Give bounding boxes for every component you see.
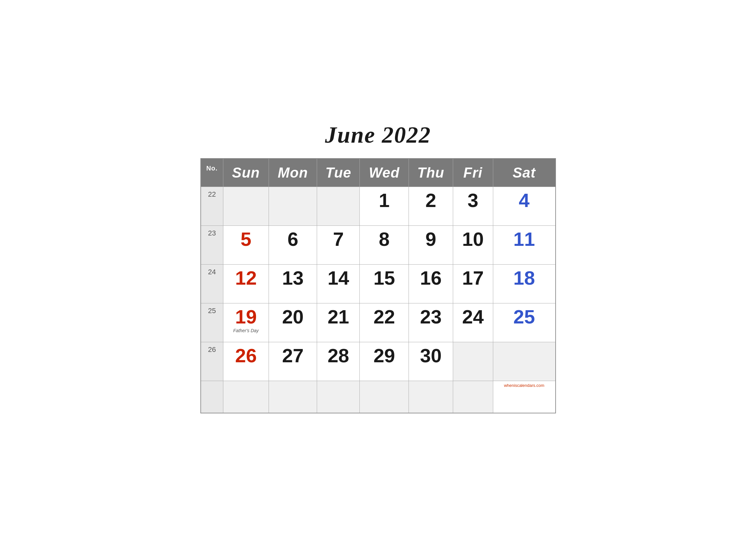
day-cell: 6 bbox=[269, 225, 317, 264]
day-number: 15 bbox=[364, 268, 405, 288]
day-cell bbox=[223, 187, 269, 225]
header-fri: Fri bbox=[453, 158, 493, 187]
day-number: 12 bbox=[227, 268, 265, 288]
week-row: 2519Father's Day202122232425 bbox=[201, 303, 555, 342]
calendar-title: June 2022 bbox=[201, 122, 556, 149]
day-cell: 27 bbox=[269, 342, 317, 381]
day-number: 17 bbox=[457, 268, 489, 288]
week-number-empty bbox=[201, 381, 223, 413]
week-row: 221234 bbox=[201, 187, 555, 225]
day-cell: 24 bbox=[453, 303, 493, 342]
header-row: No. Sun Mon Tue Wed Thu Fri Sat bbox=[201, 158, 555, 187]
day-cell: 18 bbox=[493, 264, 555, 303]
week-row: 2412131415161718 bbox=[201, 264, 555, 303]
day-number: 2 bbox=[413, 191, 448, 210]
week-number: 25 bbox=[201, 303, 223, 342]
day-number: 3 bbox=[457, 191, 489, 210]
day-cell-empty bbox=[360, 381, 409, 413]
day-cell bbox=[269, 187, 317, 225]
day-cell: 17 bbox=[453, 264, 493, 303]
header-mon: Mon bbox=[269, 158, 317, 187]
day-number: 21 bbox=[321, 307, 356, 327]
day-cell: 30 bbox=[409, 342, 453, 381]
extra-row: wheniscalendars.com bbox=[201, 381, 555, 413]
day-number: 23 bbox=[413, 307, 448, 327]
day-cell: 23 bbox=[409, 303, 453, 342]
week-row: 23567891011 bbox=[201, 225, 555, 264]
day-number: 25 bbox=[497, 307, 552, 327]
day-cell: 12 bbox=[223, 264, 269, 303]
day-cell bbox=[493, 342, 555, 381]
day-number: 9 bbox=[413, 230, 448, 249]
watermark-cell: wheniscalendars.com bbox=[493, 381, 555, 413]
day-cell: 19Father's Day bbox=[223, 303, 269, 342]
day-number: 24 bbox=[457, 307, 489, 327]
watermark-link[interactable]: wheniscalendars.com bbox=[504, 383, 544, 388]
day-number: 26 bbox=[227, 346, 265, 366]
calendar-wrapper: June 2022 No. Sun Mon Tue Wed Thu Fri Sa… bbox=[201, 122, 556, 414]
day-number: 19 bbox=[227, 307, 265, 327]
week-number: 26 bbox=[201, 342, 223, 381]
header-thu: Thu bbox=[409, 158, 453, 187]
header-no: No. bbox=[201, 158, 223, 187]
day-cell-empty bbox=[269, 381, 317, 413]
day-number: 11 bbox=[497, 230, 552, 249]
day-cell: 21 bbox=[317, 303, 360, 342]
week-number: 22 bbox=[201, 187, 223, 225]
day-cell-empty bbox=[453, 381, 493, 413]
header-sun: Sun bbox=[223, 158, 269, 187]
day-number: 20 bbox=[273, 307, 313, 327]
day-number: 13 bbox=[273, 268, 313, 288]
day-cell: 16 bbox=[409, 264, 453, 303]
day-cell: 3 bbox=[453, 187, 493, 225]
day-cell: 7 bbox=[317, 225, 360, 264]
day-number: 29 bbox=[364, 346, 405, 366]
week-number: 23 bbox=[201, 225, 223, 264]
day-cell: 13 bbox=[269, 264, 317, 303]
day-number: 7 bbox=[321, 230, 356, 249]
day-number: 16 bbox=[413, 268, 448, 288]
day-cell: 28 bbox=[317, 342, 360, 381]
day-cell: 15 bbox=[360, 264, 409, 303]
header-tue: Tue bbox=[317, 158, 360, 187]
day-cell: 5 bbox=[223, 225, 269, 264]
day-cell: 22 bbox=[360, 303, 409, 342]
day-cell-empty bbox=[409, 381, 453, 413]
day-cell: 1 bbox=[360, 187, 409, 225]
day-number: 30 bbox=[413, 346, 448, 366]
day-number: 5 bbox=[227, 230, 265, 249]
day-cell: 26 bbox=[223, 342, 269, 381]
day-cell: 14 bbox=[317, 264, 360, 303]
day-cell bbox=[453, 342, 493, 381]
day-cell bbox=[317, 187, 360, 225]
day-cell: 8 bbox=[360, 225, 409, 264]
calendar-table: No. Sun Mon Tue Wed Thu Fri Sat 22123423… bbox=[201, 158, 556, 414]
day-cell-empty bbox=[223, 381, 269, 413]
day-number: 14 bbox=[321, 268, 356, 288]
day-cell: 20 bbox=[269, 303, 317, 342]
week-number: 24 bbox=[201, 264, 223, 303]
header-wed: Wed bbox=[360, 158, 409, 187]
day-number: 8 bbox=[364, 230, 405, 249]
day-cell: 10 bbox=[453, 225, 493, 264]
header-sat: Sat bbox=[493, 158, 555, 187]
week-row: 262627282930 bbox=[201, 342, 555, 381]
day-event-label: Father's Day bbox=[227, 328, 265, 333]
day-cell-empty bbox=[317, 381, 360, 413]
day-cell: 2 bbox=[409, 187, 453, 225]
day-number: 10 bbox=[457, 230, 489, 249]
day-cell: 9 bbox=[409, 225, 453, 264]
day-number: 6 bbox=[273, 230, 313, 249]
day-number: 4 bbox=[497, 191, 552, 210]
day-cell: 25 bbox=[493, 303, 555, 342]
day-cell: 4 bbox=[493, 187, 555, 225]
day-number: 1 bbox=[364, 191, 405, 210]
day-cell: 11 bbox=[493, 225, 555, 264]
day-number: 18 bbox=[497, 268, 552, 288]
day-cell: 29 bbox=[360, 342, 409, 381]
day-number: 27 bbox=[273, 346, 313, 366]
day-number: 28 bbox=[321, 346, 356, 366]
day-number: 22 bbox=[364, 307, 405, 327]
